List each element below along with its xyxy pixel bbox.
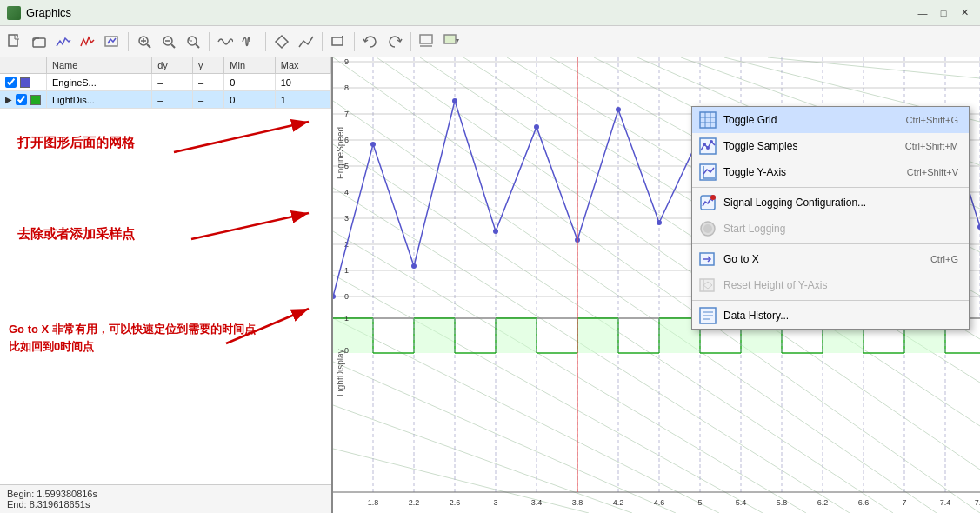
toolbar-btn-line[interactable] [295,30,317,53]
svg-text:5: 5 [697,498,702,507]
svg-rect-99 [496,318,537,353]
menu-item-signal-logging[interactable]: Signal Logging Configuration... [692,190,969,216]
annotation-goto-x: Go to X 非常有用，可以快速定位到需要的时间点 比如回到0时间点 [9,322,256,355]
toolbar-btn-redo[interactable] [383,30,406,53]
toolbar-btn-signal2[interactable] [77,30,99,53]
toggle-samples-icon [699,137,717,155]
menu-item-data-history[interactable]: Data History... [692,303,969,329]
menu-label-goto-x: Go to X [723,253,923,265]
left-footer: Begin: 1.599380816s End: 8.319618651s [0,484,331,513]
svg-line-19 [174,122,309,152]
toggle-grid-icon [699,111,717,129]
svg-line-20 [191,213,309,239]
svg-rect-173 [700,112,716,128]
toolbar-btn-waveform2[interactable] [238,30,261,53]
svg-point-83 [493,229,498,234]
svg-text:6.2: 6.2 [817,498,829,507]
menu-label-toggle-grid: Toggle Grid [723,114,898,126]
svg-text:1.8: 1.8 [368,498,379,507]
toolbar-btn-config[interactable] [416,30,438,53]
toolbar-btn-zoom-fit[interactable] [182,30,204,53]
svg-text:9: 9 [344,57,349,66]
toolbar-btn-zoom-out[interactable] [157,30,180,53]
annotation-toggle-grid: 打开图形后面的网格 [17,135,135,151]
app-icon [7,6,21,20]
menu-item-toggle-yaxis[interactable]: Toggle Y-Axis Ctrl+Shift+V [692,159,969,185]
svg-rect-14 [420,35,432,43]
signal-y-engine: – [193,74,224,91]
toolbar [0,26,980,57]
menu-item-goto-x[interactable]: Go to X Ctrl+G [692,246,969,272]
menu-item-toggle-samples[interactable]: Toggle Samples Ctrl+Shift+M [692,133,969,159]
svg-text:7: 7 [344,110,349,118]
toolbar-btn-zoom-chart[interactable] [101,30,123,53]
close-button[interactable]: ✕ [956,5,973,21]
svg-text:LightDisplay: LightDisplay [336,350,345,396]
annotation-area: 打开图形后面的网格 去除或者添加采样点 Go to X 非常有用，可以快速定位到… [0,109,331,484]
minimize-button[interactable]: — [914,5,931,21]
signal-dy-engine: – [152,74,193,91]
menu-item-toggle-grid[interactable]: Toggle Grid Ctrl+Shift+G [692,107,969,133]
footer-end: End: 8.319618651s [7,499,324,510]
svg-point-80 [370,142,376,147]
row-indicator: ▶ [5,95,12,104]
menu-shortcut-toggle-samples: Ctrl+Shift+M [905,141,958,151]
col-header-dy: dy [152,57,193,74]
title-bar: Graphics — □ ✕ [0,0,980,26]
toolbar-btn-open[interactable] [28,30,50,53]
maximize-button[interactable]: □ [935,5,952,21]
toolbar-btn-waveform1[interactable] [214,30,237,53]
menu-shortcut-toggle-yaxis: Ctrl+Shift+V [907,167,958,177]
toolbar-btn-signal1[interactable] [52,30,75,53]
signal-checkbox-light[interactable] [16,94,27,105]
svg-point-179 [703,143,706,146]
toolbar-btn-undo[interactable] [359,30,382,53]
signal-checkbox-engine[interactable] [5,77,17,88]
signal-name-engine: EngineS... [47,74,152,91]
left-panel: Name dy y Min Max EngineS... – [0,57,333,513]
toolbar-btn-rect-zoom[interactable] [327,30,350,53]
svg-text:4: 4 [344,188,349,197]
signal-check-light[interactable]: ▶ [0,91,47,109]
signal-row-light[interactable]: ▶ LightDis... – – 0 1 [0,91,331,109]
annotation-toggle-samples: 去除或者添加采样点 [17,226,135,243]
toolbar-btn-new[interactable] [3,30,26,53]
svg-point-188 [703,224,712,233]
signal-color-light [30,95,41,105]
svg-rect-16 [444,35,456,43]
svg-marker-12 [276,36,288,48]
svg-text:1: 1 [344,266,349,275]
svg-text:3: 3 [344,214,349,223]
menu-sep-1 [692,187,969,188]
svg-text:2.6: 2.6 [450,498,461,507]
menu-item-start-logging: Start Logging [692,216,969,242]
signal-color-engine [20,77,30,88]
svg-text:6.6: 6.6 [858,498,870,507]
menu-label-data-history: Data History... [723,310,951,322]
toolbar-btn-zoom-in[interactable] [133,30,156,53]
toolbar-btn-dropdown-arrow[interactable] [440,30,463,53]
signal-row-engine[interactable]: EngineS... – – 0 10 [0,74,331,91]
menu-label-reset-height: Reset Height of Y-Axis [723,279,951,291]
menu-sep-2 [692,243,969,244]
toolbar-sep-3 [265,32,266,51]
col-header-name: Name [47,57,152,74]
main-content: Name dy y Min Max EngineS... – [0,57,980,513]
svg-text:7: 7 [902,498,906,507]
menu-label-toggle-samples: Toggle Samples [723,140,898,152]
svg-text:3.4: 3.4 [531,498,543,507]
svg-text:4.2: 4.2 [613,498,624,507]
svg-rect-97 [333,318,373,353]
signal-check-engine[interactable] [0,74,47,91]
signal-min-engine: 0 [224,74,275,91]
window-controls: — □ ✕ [914,5,973,21]
footer-begin: Begin: 1.599380816s [7,489,324,499]
toolbar-btn-diamond[interactable] [270,30,293,53]
svg-text:0: 0 [344,292,349,301]
svg-point-84 [534,124,539,130]
svg-point-186 [710,195,716,200]
svg-text:3: 3 [493,498,497,507]
toolbar-sep-2 [209,32,210,51]
svg-rect-2 [105,37,117,46]
chart-area[interactable]: 0 1 2 3 4 5 6 7 8 9 [333,57,980,513]
